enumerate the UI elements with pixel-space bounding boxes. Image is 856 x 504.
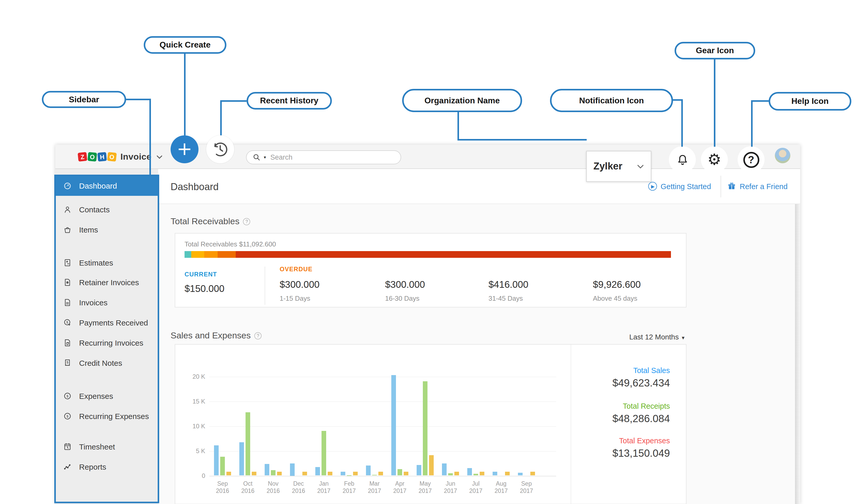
bell-icon — [675, 153, 689, 167]
sidebar-item-credit-notes[interactable]: $Credit Notes — [55, 353, 158, 373]
recent-history-button[interactable] — [206, 136, 234, 163]
gridline-15K — [209, 401, 556, 402]
gridline-20K — [209, 376, 556, 377]
refer-a-friend-link[interactable]: Refer a Friend — [727, 182, 787, 191]
bar-expenses-nov-2016 — [277, 472, 282, 475]
x-label-nov-2016: Nov2016 — [261, 480, 286, 494]
header-divider — [720, 176, 721, 197]
sidebar-item-label: Reports — [79, 463, 106, 471]
logo-chevron-down-icon[interactable] — [156, 155, 163, 159]
current-label: CURRENT — [184, 271, 217, 278]
user-avatar[interactable] — [775, 148, 790, 163]
search-input[interactable] — [269, 153, 394, 162]
total-expenses-value: $13,150.049 — [612, 447, 670, 459]
gridline-5K — [209, 451, 556, 451]
gift-icon — [727, 182, 736, 191]
overdue-value-0: $300.000 — [280, 279, 319, 290]
settings-button[interactable]: ⚙ — [701, 146, 728, 173]
bar-sales-may-2017 — [417, 465, 422, 475]
sidebar-item-items[interactable]: Items — [55, 219, 158, 239]
sidebar-item-label: Payments Received — [79, 318, 148, 327]
x-label-may-2017: May2017 — [413, 480, 438, 494]
x-label-apr-2017: Apr2017 — [388, 480, 412, 494]
zoho-letter-tile: O — [88, 152, 97, 162]
sidebar-item-invoices[interactable]: Invoices — [55, 292, 158, 312]
organization-dropdown[interactable]: Zylker — [586, 151, 651, 182]
sales-expenses-section-title-text: Sales and Expenses — [171, 331, 251, 341]
sidebar-item-label: Invoices — [79, 298, 108, 307]
credit-notes-icon: $ — [63, 358, 72, 367]
quick-create-button[interactable]: + — [171, 136, 198, 163]
x-label-sep-2016: Sep2016 — [210, 480, 235, 494]
bar-receipts-apr-2017 — [397, 469, 403, 475]
x-label-aug-2017: Aug2017 — [489, 480, 514, 494]
x-label-dec-2016: Dec2016 — [286, 480, 311, 494]
receivables-summary-value: $11,092.600 — [239, 240, 276, 248]
date-range-dropdown[interactable]: Last 12 Months▼ — [629, 333, 685, 341]
bar-sales-aug-2017 — [493, 472, 498, 475]
sidebar-item-retainer-invoices[interactable]: Retainer Invoices — [55, 272, 158, 292]
sidebar-item-recurring-invoices[interactable]: Recurring Invoices — [55, 332, 158, 353]
search-icon — [253, 154, 261, 161]
total-receipts-label: Total Receipts — [623, 402, 670, 410]
receivables-section-title: Total Receivables ? — [171, 216, 250, 227]
bar-receipts-feb-2017 — [347, 475, 352, 475]
x-label-jul-2017: Jul2017 — [463, 480, 488, 494]
bar-expenses-jan-2017 — [328, 472, 333, 475]
callout-organization-name-label: Organization Name — [424, 96, 500, 105]
sidebar-item-estimates[interactable]: Estimates — [55, 252, 158, 272]
total-expenses-label: Total Expenses — [619, 436, 670, 445]
y-tick-0: 0 — [175, 472, 205, 479]
current-value: $150.000 — [184, 283, 224, 294]
connector-organization-h — [458, 139, 587, 141]
reports-icon — [63, 463, 72, 471]
sidebar-item-label: Contacts — [79, 205, 110, 214]
connector-gear-v — [714, 58, 715, 147]
scrollbar-shadow[interactable] — [795, 204, 800, 504]
x-axis-line — [209, 475, 556, 476]
dashboard-icon — [63, 181, 72, 190]
sales-expenses-section-title: Sales and Expenses ? — [171, 331, 262, 341]
sidebar-item-payments-received[interactable]: $Payments Received — [55, 312, 158, 333]
getting-started-link[interactable]: ▶ Getting Started — [648, 182, 711, 191]
sidebar-item-label: Retainer Invoices — [79, 278, 139, 287]
notifications-button[interactable] — [669, 146, 696, 173]
zoho-letter-tile: Z — [77, 152, 87, 161]
x-label-mar-2017: Mar2017 — [362, 480, 387, 494]
sidebar-item-reports[interactable]: Reports — [55, 457, 158, 477]
sidebar-item-expenses[interactable]: $Expenses — [55, 386, 158, 406]
retainer-invoices-icon — [63, 278, 72, 287]
invoices-icon — [63, 298, 72, 307]
zoho-logo-tiles: ZOHO — [78, 152, 116, 161]
estimates-icon — [63, 258, 72, 267]
receivables-summary: Total Receivables $11,092.600 — [184, 240, 276, 248]
y-tick-15K: 15 K — [175, 398, 205, 405]
sidebar-item-recurring-expenses[interactable]: $Recurring Expenses — [55, 406, 158, 426]
sidebar-item-label: Estimates — [79, 258, 113, 267]
search-scope-dropdown-icon[interactable]: ▼ — [263, 156, 267, 159]
sidebar-item-timesheet[interactable]: Timesheet — [55, 436, 158, 457]
overdue-value-1: $300.000 — [385, 279, 425, 290]
bar-expenses-apr-2017 — [404, 472, 409, 475]
receivables-help-icon[interactable]: ? — [243, 218, 250, 225]
sidebar-item-contacts[interactable]: Contacts — [55, 199, 158, 220]
y-tick-10K: 10 K — [175, 422, 205, 430]
sidebar-item-label: Recurring Expenses — [79, 412, 149, 420]
bar-receipts-jun-2017 — [448, 473, 453, 475]
callout-quick-create-label: Quick Create — [159, 40, 210, 50]
search-box[interactable]: ▼ — [246, 150, 401, 164]
date-range-label: Last 12 Months — [629, 333, 679, 341]
play-icon: ▶ — [648, 182, 657, 191]
overdue-period-2: 31-45 Days — [488, 294, 523, 302]
bar-receipts-may-2017 — [423, 381, 428, 475]
receivables-aging-bar — [184, 251, 671, 258]
zoho-letter-tile: H — [97, 152, 107, 162]
bar-sales-apr-2017 — [391, 375, 396, 475]
annotated-screenshot: Quick Create Recent History Sidebar Orga… — [0, 0, 856, 504]
help-button[interactable]: ? — [738, 146, 765, 173]
sidebar-item-dashboard[interactable]: Dashboard — [55, 175, 158, 196]
bar-receipts-jan-2017 — [322, 431, 326, 475]
receivables-section-title-text: Total Receivables — [171, 216, 239, 227]
sales-expenses-help-icon[interactable]: ? — [254, 332, 262, 339]
overdue-label: OVERDUE — [280, 266, 313, 273]
